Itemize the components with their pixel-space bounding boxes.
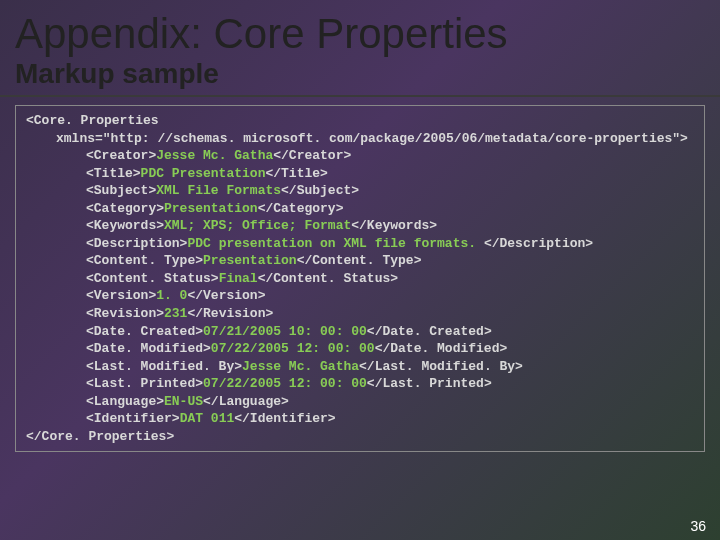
xml-open-tag: <Version> (86, 288, 156, 303)
xml-close-tag: </Last. Modified. By> (359, 359, 523, 374)
code-line: <Date. Modified>07/22/2005 12: 00: 00</D… (26, 340, 694, 358)
xml-value: 07/22/2005 12: 00: 00 (211, 341, 375, 356)
xml-value: 231 (164, 306, 187, 321)
xml-value: XML; XPS; Office; Format (164, 218, 351, 233)
xml-open-tag: <Title> (86, 166, 141, 181)
xml-close-tag: </Category> (258, 201, 344, 216)
code-root-close: </Core. Properties> (26, 428, 694, 446)
xml-close-tag: </Title> (265, 166, 327, 181)
code-line: <Revision>231</Revision> (26, 305, 694, 323)
slide-title: Appendix: Core Properties (0, 0, 720, 58)
xml-open-tag: <Revision> (86, 306, 164, 321)
slide-subtitle: Markup sample (0, 58, 720, 97)
code-line: <Last. Modified. By>Jesse Mc. Gatha</Las… (26, 358, 694, 376)
xml-open-tag: <Date. Created> (86, 324, 203, 339)
xml-open-tag: <Description> (86, 236, 187, 251)
code-line: <Version>1. 0</Version> (26, 287, 694, 305)
xml-value: DAT 011 (180, 411, 235, 426)
xml-open-tag: <Last. Modified. By> (86, 359, 242, 374)
xml-close-tag: </Last. Printed> (367, 376, 492, 391)
code-line: <Date. Created>07/21/2005 10: 00: 00</Da… (26, 323, 694, 341)
code-line: <Description>PDC presentation on XML fil… (26, 235, 694, 253)
code-line: <Last. Printed>07/22/2005 12: 00: 00</La… (26, 375, 694, 393)
xml-open-tag: <Language> (86, 394, 164, 409)
xml-value: 1. 0 (156, 288, 187, 303)
xml-value: PDC Presentation (141, 166, 266, 181)
xml-close-tag: </Keywords> (351, 218, 437, 233)
page-number: 36 (690, 518, 706, 534)
xml-close-tag: </Identifier> (234, 411, 335, 426)
code-line: <Content. Status>Final</Content. Status> (26, 270, 694, 288)
xml-close-tag: </Date. Modified> (375, 341, 508, 356)
xml-value: EN-US (164, 394, 203, 409)
xml-open-tag: <Keywords> (86, 218, 164, 233)
xml-value: XML File Formats (156, 183, 281, 198)
xml-open-tag: <Creator> (86, 148, 156, 163)
xml-close-tag: </Content. Status> (258, 271, 398, 286)
code-line: <Language>EN-US</Language> (26, 393, 694, 411)
xml-value: 07/22/2005 12: 00: 00 (203, 376, 367, 391)
xml-open-tag: <Last. Printed> (86, 376, 203, 391)
xml-open-tag: <Identifier> (86, 411, 180, 426)
xml-value: Final (219, 271, 258, 286)
xml-close-tag: </Language> (203, 394, 289, 409)
xml-open-tag: <Date. Modified> (86, 341, 211, 356)
code-line: <Keywords>XML; XPS; Office; Format</Keyw… (26, 217, 694, 235)
xml-close-tag: </Creator> (273, 148, 351, 163)
xml-close-tag: </Subject> (281, 183, 359, 198)
code-block: <Core. Properties xmlns="http: //schemas… (15, 105, 705, 452)
code-line: <Identifier>DAT 011</Identifier> (26, 410, 694, 428)
xml-value: Presentation (164, 201, 258, 216)
xml-close-tag: </Date. Created> (367, 324, 492, 339)
code-xmlns: xmlns="http: //schemas. microsoft. com/p… (26, 130, 694, 148)
code-line: <Content. Type>Presentation</Content. Ty… (26, 252, 694, 270)
xml-close-tag: </Content. Type> (297, 253, 422, 268)
xml-value: 07/21/2005 10: 00: 00 (203, 324, 367, 339)
xml-value: PDC presentation on XML file formats. (187, 236, 483, 251)
xml-open-tag: <Content. Status> (86, 271, 219, 286)
xml-close-tag: </Version> (187, 288, 265, 303)
xml-close-tag: </Description> (484, 236, 593, 251)
code-line: <Category>Presentation</Category> (26, 200, 694, 218)
code-line: <Subject>XML File Formats</Subject> (26, 182, 694, 200)
xml-value: Jesse Mc. Gatha (242, 359, 359, 374)
xml-open-tag: <Subject> (86, 183, 156, 198)
code-line: <Creator>Jesse Mc. Gatha</Creator> (26, 147, 694, 165)
code-root-open: <Core. Properties (26, 112, 694, 130)
xml-open-tag: <Content. Type> (86, 253, 203, 268)
xml-open-tag: <Category> (86, 201, 164, 216)
xml-value: Presentation (203, 253, 297, 268)
xml-close-tag: </Revision> (187, 306, 273, 321)
xml-value: Jesse Mc. Gatha (156, 148, 273, 163)
code-line: <Title>PDC Presentation</Title> (26, 165, 694, 183)
